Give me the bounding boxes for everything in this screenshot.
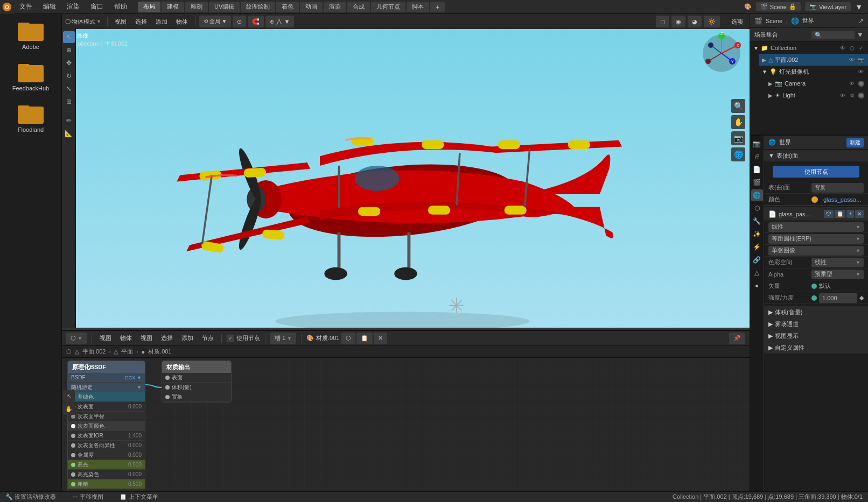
material-link-btn[interactable]: ⬡ (341, 333, 355, 344)
collection-visible-icon[interactable]: 👁 (839, 44, 846, 52)
viewport-select-btn[interactable]: 选择 (132, 18, 150, 26)
viewport-mode-icon[interactable]: ⬡ 物体模式 ▼ (65, 18, 101, 26)
props-output-icon[interactable]: 🖨 (751, 151, 763, 162)
use-nodes-checkbox[interactable] (227, 335, 234, 342)
workspace-tab-add[interactable]: + (430, 2, 444, 12)
hand-tool-btn[interactable]: ✋ (731, 115, 745, 129)
props-data-icon[interactable]: △ (751, 267, 763, 279)
props-view-layer-icon[interactable]: 📄 (751, 164, 763, 175)
blender-logo[interactable] (0, 0, 14, 14)
tool-select[interactable]: ↖ (63, 31, 75, 43)
material-delete-btn[interactable]: ✕ (374, 333, 387, 344)
workspace-tab-sculpt[interactable]: 雕刻 (185, 2, 208, 12)
mat-copy-btn[interactable]: 📋 (835, 210, 845, 218)
workspace-tab-uv[interactable]: UV编辑 (209, 2, 240, 12)
filter-icon[interactable]: ▼ (855, 3, 863, 11)
custom-props-section[interactable]: ▶ 自定义属性 (764, 342, 868, 353)
camera-view-btn[interactable]: 📷 (731, 131, 745, 145)
menu-file[interactable]: 文件 (14, 0, 38, 13)
volume-section[interactable]: ▶ 体积(音量) (764, 306, 868, 318)
props-modifier-icon[interactable]: 🔧 (751, 215, 763, 227)
node-pin-btn[interactable]: 📌 (729, 333, 745, 344)
workspace-tab-scripting[interactable]: 脚本 (407, 2, 429, 12)
view-display-section[interactable]: ▶ 视图显示 (764, 330, 868, 342)
folder-feedbackhub[interactable]: FeedbackHub (12, 61, 50, 91)
viewport-shading-solid[interactable]: ◉ (671, 16, 685, 27)
node-hand-tool[interactable]: ✋ (63, 403, 75, 415)
strength-keyframe-btn[interactable]: ◆ (859, 294, 864, 301)
tool-measure[interactable]: 📐 (63, 128, 75, 139)
menu-render[interactable]: 渲染 (61, 0, 85, 13)
outliner-row-collection[interactable]: ▼ 📁 Collection 👁 ⬡ ✓ (750, 42, 868, 54)
workspace-tab-geometry[interactable]: 几何节点 (371, 2, 405, 12)
node-add-btn[interactable]: 添加 (179, 334, 196, 342)
principled-bsdf-node[interactable]: 原理化BSDF BSDF GGX ▼ 随机游走 ▼ 基础色 (67, 360, 145, 498)
use-nodes-btn[interactable]: 使用节点 (773, 166, 859, 178)
fog-section[interactable]: ▶ 雾场通道 (764, 318, 868, 330)
workspace-tab-modeling[interactable]: 建模 (162, 2, 184, 12)
outliner-filter-btn[interactable]: ▼ (857, 31, 864, 39)
props-object-icon[interactable]: ⬡ (751, 202, 763, 214)
slot-selector[interactable]: 槽 1▼ (270, 333, 296, 344)
viewport-add-btn[interactable]: 添加 (152, 18, 171, 26)
editor-type-btn[interactable]: ⬡▼ (66, 333, 87, 344)
viewport-object-btn[interactable]: 物体 (173, 18, 191, 26)
light-settings-icon[interactable]: ⚙ (848, 91, 856, 99)
transform-global-btn[interactable]: ⟲ 全局 ▼ (199, 16, 231, 27)
viewport-shading-material[interactable]: ◕ (688, 16, 702, 27)
workspace-tab-animation[interactable]: 动画 (300, 2, 323, 12)
props-constraints-icon[interactable]: 🔗 (751, 254, 763, 266)
zoom-in-btn[interactable]: 🔍 (731, 99, 745, 113)
node-select-tool[interactable]: ↖ (63, 390, 75, 402)
snap-btn[interactable]: 🧲 (248, 16, 264, 27)
outliner-row-lights[interactable]: ▼ 💡 灯光摄像机 👁 (759, 66, 868, 77)
node-select-btn[interactable]: 物体 (117, 334, 135, 342)
node-nodes-btn[interactable]: 节点 (199, 334, 216, 342)
tool-transform[interactable]: ⊞ (63, 96, 75, 108)
camera-render-icon[interactable]: 🔘 (857, 80, 865, 87)
tool-rotate[interactable]: ↻ (63, 70, 75, 82)
props-world-icon active[interactable]: 🌐 (751, 189, 763, 201)
viewport-shading-render[interactable]: 🔆 (704, 16, 720, 27)
props-particles-icon[interactable]: ✨ (751, 228, 763, 240)
tool-move[interactable]: ✥ (63, 57, 75, 69)
workspace-tab-texture[interactable]: 纹理绘制 (241, 2, 275, 12)
viewport-3d[interactable]: 用户透视 (1) Collection | 平面.002 (62, 29, 750, 328)
workspace-tab-shading[interactable]: 着色 (276, 2, 299, 12)
plane-visible-icon[interactable]: 👁 (848, 56, 856, 63)
workspace-tab-compositing[interactable]: 合成 (347, 2, 370, 12)
navigation-gizmo[interactable]: X Y Z (700, 32, 743, 75)
mat-new-btn[interactable]: + (846, 210, 854, 218)
outliner-row-camera[interactable]: ▶ 📷 Camera 👁 🔘 (765, 77, 868, 89)
proportional-edit-btn[interactable]: ⊙ (233, 16, 246, 27)
outliner-row-plane002[interactable]: ▶ △ 平面.002 👁 📷 (759, 54, 868, 66)
node-editor-canvas[interactable]: ↖ ✋ 原理化BSDF BSDF GGX ▼ 随机游走 ▼ (62, 358, 750, 498)
material-output-node[interactable]: 材质输出 表面 体积(量) 置换 (162, 360, 232, 402)
workspace-tab-layout[interactable]: 布局 (138, 2, 160, 12)
color-link[interactable]: glass_passa... (823, 196, 861, 203)
camera-visible-icon[interactable]: 👁 (848, 80, 856, 87)
mat-shield-btn[interactable]: 🛡 (824, 210, 834, 218)
menu-help[interactable]: 帮助 (109, 0, 132, 13)
color-dot[interactable] (811, 196, 818, 203)
folder-adobe[interactable]: Adobe (18, 19, 44, 50)
panel-expand-btn[interactable]: ↗ (858, 17, 864, 25)
material-copy-btn[interactable]: 📋 (356, 333, 373, 344)
viewport-options-btn[interactable]: 选项 (728, 18, 746, 26)
props-physics-icon[interactable]: ⚡ (751, 241, 763, 253)
surface-header[interactable]: ▼ 表(曲)面 (764, 150, 868, 161)
light-visible-icon[interactable]: 👁 (839, 91, 846, 99)
props-material-icon[interactable]: ● (751, 280, 763, 292)
collection-exclude-icon[interactable]: ✓ (857, 44, 865, 52)
workspace-tab-render[interactable]: 渲染 (324, 2, 346, 12)
overlay-btn[interactable]: ⊕ 八 ▼ (265, 16, 294, 27)
viewport-shading-wireframe[interactable]: ◻ (656, 16, 669, 27)
lights-visible-icon[interactable]: 👁 (857, 68, 865, 75)
node-select2-btn[interactable]: 选择 (158, 334, 176, 342)
menu-window[interactable]: 窗口 (85, 0, 109, 13)
tool-annotate[interactable]: ✏ (63, 115, 75, 126)
strength-value[interactable]: 1.000 (819, 293, 857, 303)
props-render-icon[interactable]: 📷 (751, 138, 763, 150)
props-scene-icon[interactable]: 🎬 (751, 176, 763, 188)
collection-hide-viewport-icon[interactable]: ⬡ (848, 44, 856, 52)
